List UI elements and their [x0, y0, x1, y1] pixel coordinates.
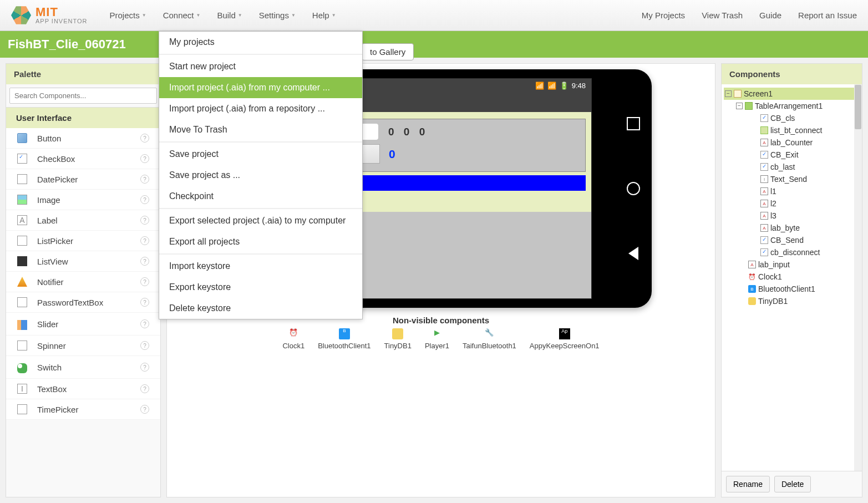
- nav-my-projects[interactable]: My Projects: [642, 11, 685, 20]
- tree-node-cb-last[interactable]: cb_last: [724, 161, 860, 173]
- tree-node-bluetooth1[interactable]: BBluetoothClient1: [724, 283, 860, 295]
- nav-view-trash[interactable]: View Trash: [702, 11, 743, 20]
- clock-icon: ⏰: [288, 328, 299, 339]
- password-icon: [17, 297, 27, 307]
- help-icon[interactable]: ?: [140, 341, 149, 350]
- palette-item-timepicker[interactable]: TimePicker?: [6, 399, 160, 420]
- nav-right: My Projects View Trash Guide Report an I…: [642, 11, 857, 20]
- help-icon[interactable]: ?: [140, 277, 149, 286]
- tree-node-l3[interactable]: Al3: [724, 210, 860, 222]
- help-icon[interactable]: ?: [140, 154, 149, 163]
- tree-node-cb-disconnect[interactable]: cb_disconnect: [724, 246, 860, 258]
- palette-item-switch[interactable]: Switch?: [6, 356, 160, 379]
- tree-node-lab-byte[interactable]: Alab_byte: [724, 222, 860, 234]
- back-icon[interactable]: [628, 247, 638, 260]
- nav-help[interactable]: Help▼: [312, 11, 336, 20]
- nav-settings[interactable]: Settings▼: [259, 11, 296, 20]
- chevron-down-icon: ▼: [332, 13, 336, 18]
- nv-taifun[interactable]: 🔧TaifunBluetooth1: [463, 328, 516, 350]
- screen-on-icon: Ap: [559, 328, 570, 339]
- collapse-icon[interactable]: −: [736, 103, 743, 109]
- palette-item-image[interactable]: Image?: [6, 190, 160, 210]
- help-icon[interactable]: ?: [140, 298, 149, 307]
- tree-node-lab-counter[interactable]: Alab_Counter: [724, 136, 860, 149]
- listview-icon: [17, 256, 27, 266]
- palette-list: Button? CheckBox? DatePicker? Image? ALa…: [6, 128, 160, 497]
- help-icon[interactable]: ?: [140, 195, 149, 204]
- scrollbar-thumb[interactable]: [855, 85, 861, 129]
- palette-item-listpicker[interactable]: ListPicker?: [6, 231, 160, 251]
- palette-item-slider[interactable]: Slider?: [6, 313, 160, 336]
- tree-node-lab-input[interactable]: Alab_input: [724, 258, 860, 271]
- menu-import-keystore[interactable]: Import keystore: [159, 256, 362, 277]
- palette-item-textbox[interactable]: ITextBox?: [6, 379, 160, 399]
- palette-category-user-interface[interactable]: User Interface: [6, 107, 160, 128]
- tree-node-clock1[interactable]: ⏰Clock1: [724, 271, 860, 283]
- home-icon[interactable]: [627, 182, 640, 195]
- help-icon[interactable]: ?: [140, 257, 149, 266]
- delete-button[interactable]: Delete: [774, 476, 811, 492]
- nv-clock[interactable]: ⏰Clock1: [282, 328, 304, 350]
- nonvisible-section: Non-visible components ⏰Clock1 BBluetoot…: [167, 316, 715, 350]
- tree-node-l2[interactable]: Al2: [724, 197, 860, 210]
- help-icon[interactable]: ?: [140, 319, 149, 328]
- nav-guide[interactable]: Guide: [759, 11, 781, 20]
- nav-connect[interactable]: Connect▼: [163, 11, 201, 20]
- palette-item-checkbox[interactable]: CheckBox?: [6, 149, 160, 169]
- help-icon[interactable]: ?: [140, 363, 149, 372]
- help-icon[interactable]: ?: [140, 236, 149, 245]
- tree-node-tinydb1[interactable]: TinyDB1: [724, 295, 860, 307]
- menu-save-project[interactable]: Save project: [159, 144, 362, 165]
- scrollbar[interactable]: [854, 84, 862, 471]
- menu-import-repo[interactable]: Import project (.aia) from a repository …: [159, 98, 362, 119]
- menu-export-keystore[interactable]: Export keystore: [159, 277, 362, 298]
- nv-appy[interactable]: ApAppyKeepScreenOn1: [530, 328, 600, 350]
- help-icon[interactable]: ?: [140, 134, 149, 143]
- help-icon[interactable]: ?: [140, 175, 149, 184]
- tree-node-list-bt[interactable]: list_bt_connect: [724, 124, 860, 136]
- tree-node-tablearrangement[interactable]: −TableArrangement1: [724, 100, 860, 112]
- switch-icon: [17, 363, 27, 373]
- menu-my-projects[interactable]: My projects: [159, 32, 362, 53]
- help-icon[interactable]: ?: [140, 216, 149, 225]
- nv-tinydb[interactable]: TinyDB1: [384, 328, 412, 350]
- nv-player[interactable]: ▶Player1: [425, 328, 449, 350]
- menu-import-computer[interactable]: Import project (.aia) from my computer .…: [159, 77, 362, 98]
- palette-item-button[interactable]: Button?: [6, 128, 160, 149]
- recent-apps-icon[interactable]: [627, 117, 640, 130]
- menu-move-trash[interactable]: Move To Trash: [159, 119, 362, 140]
- tree-node-screen1[interactable]: −Screen1: [724, 88, 860, 100]
- wifi-icon: 📶: [535, 82, 544, 90]
- rename-button[interactable]: Rename: [726, 476, 770, 492]
- nav-report-issue[interactable]: Report an Issue: [798, 11, 857, 20]
- publish-gallery-button[interactable]: to Gallery: [362, 43, 414, 60]
- collapse-icon[interactable]: −: [725, 90, 732, 97]
- palette-item-password[interactable]: PasswordTextBox?: [6, 292, 160, 313]
- nav-build[interactable]: Build▼: [217, 11, 242, 20]
- help-icon[interactable]: ?: [140, 405, 149, 414]
- palette-item-label[interactable]: ALabel?: [6, 210, 160, 231]
- menu-export-all[interactable]: Export all projects: [159, 231, 362, 252]
- menu-export-selected[interactable]: Export selected project (.aia) to my com…: [159, 210, 362, 231]
- menu-start-new[interactable]: Start new project: [159, 56, 362, 77]
- palette-item-datepicker[interactable]: DatePicker?: [6, 169, 160, 190]
- tree-node-cb-cls[interactable]: CB_cls: [724, 112, 860, 124]
- menu-delete-keystore[interactable]: Delete keystore: [159, 298, 362, 319]
- logo-text-sub: APP INVENTOR: [35, 18, 88, 24]
- palette-item-spinner[interactable]: Spinner?: [6, 336, 160, 356]
- menu-save-as[interactable]: Save project as ...: [159, 165, 362, 186]
- menu-checkpoint[interactable]: Checkpoint: [159, 186, 362, 207]
- logo[interactable]: MIT APP INVENTOR: [11, 6, 88, 26]
- tree-node-l1[interactable]: Al1: [724, 185, 860, 197]
- tree-node-cb-send[interactable]: CB_Send: [724, 234, 860, 246]
- nv-bluetooth[interactable]: BBluetoothClient1: [318, 328, 370, 350]
- zero-label: 0: [389, 148, 395, 161]
- tree-node-cb-exit[interactable]: CB_Exit: [724, 149, 860, 161]
- help-icon[interactable]: ?: [140, 384, 149, 393]
- search-components-input[interactable]: [9, 88, 157, 104]
- palette-item-notifier[interactable]: Notifier?: [6, 272, 160, 292]
- palette-item-listview[interactable]: ListView?: [6, 251, 160, 272]
- bluetooth-icon: B: [339, 328, 350, 339]
- nav-projects[interactable]: Projects▼: [110, 11, 146, 20]
- tree-node-text-send[interactable]: IText_Send: [724, 173, 860, 185]
